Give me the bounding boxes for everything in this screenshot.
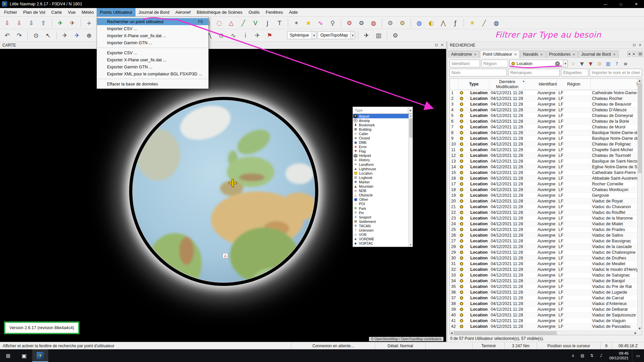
column-header-index[interactable] (450, 79, 459, 90)
route-magenta-icon[interactable]: ∿ (315, 18, 326, 28)
victor-airways-icon[interactable]: V (250, 18, 261, 28)
name-input[interactable] (449, 69, 507, 76)
tags-input[interactable] (561, 69, 588, 76)
menu-aide[interactable]: Aide (286, 8, 301, 16)
table-row[interactable]: 17Location04/12/2021 11:28AuvergneLFRoch… (450, 181, 637, 187)
table-row[interactable]: 31Location04/12/2021 11:28AuvergneLFViad… (450, 261, 637, 267)
tab-list-icon[interactable]: ▤ (638, 51, 643, 57)
table-row[interactable]: 37Location04/12/2021 11:28AuvergneLFViad… (450, 295, 637, 301)
table-row[interactable]: 35Location04/12/2021 11:28AuvergneLFViad… (450, 284, 637, 290)
wrench-plane-icon[interactable]: ⚙ (356, 18, 367, 28)
menu-item-importer-csv[interactable]: Importer CSV ... (97, 25, 208, 32)
action-center-icon[interactable]: ▭ (632, 349, 644, 362)
type-option-building[interactable]: ▦Building (353, 127, 413, 131)
column-header-derniere-modification[interactable]: Dernière Modification▾ (489, 79, 525, 90)
table-row[interactable]: 32Location04/12/2021 11:28AuvergneLFViad… (450, 267, 637, 273)
scrollbar-thumb[interactable] (638, 83, 642, 173)
type-option-dme[interactable]: ▣DME (353, 140, 413, 145)
type-option-airstrip[interactable]: ✈Airstrip (353, 118, 413, 123)
filter-reset-icon[interactable]: ▼ (587, 60, 595, 67)
redo-icon[interactable]: ↷ (14, 30, 25, 40)
type-option-poi[interactable]: ☆POI (353, 202, 413, 206)
table-row[interactable]: 36Location04/12/2021 11:28AuvergneLFViad… (450, 290, 637, 295)
pushpin-icon[interactable]: ♀ (327, 18, 338, 28)
type-option-helipad[interactable]: HHelipad (353, 154, 413, 158)
userpoint-export-icon[interactable]: ⇩ (14, 18, 25, 28)
table-row[interactable]: 16Location04/12/2021 11:28AuvergneLFAbba… (450, 176, 637, 181)
tab-next-icon[interactable]: ▸ (632, 51, 636, 57)
dock-float-icon[interactable]: ⊡ (633, 43, 636, 47)
menu-item-exporter-csv[interactable]: Exporter CSV ... (97, 49, 208, 56)
maximize-button[interactable]: □ (613, 0, 629, 8)
table-row[interactable]: 8Location04/12/2021 11:28AuvergneLFBasil… (450, 130, 637, 136)
menu-journal-de-bord[interactable]: Journal de Bord (136, 8, 172, 16)
type-option-other[interactable]: Other (353, 197, 413, 202)
scrollbar-thumb[interactable] (453, 331, 556, 335)
type-option-marker[interactable]: ◉Marker (353, 180, 413, 184)
type-option-closed[interactable]: ⊗Closed (353, 136, 413, 140)
type-option-landform[interactable]: ≋Landform (353, 162, 413, 167)
table-row[interactable]: 29Location04/12/2021 11:28AuvergneLFViad… (450, 250, 637, 255)
type-option-lighthouse[interactable]: ▲Lighthouse (353, 167, 413, 171)
center-aircraft-icon[interactable]: ⊕ (84, 30, 95, 40)
tool-options-b-icon[interactable]: ⚙ (397, 18, 408, 28)
lifebuoy-icon[interactable]: ◍ (368, 18, 379, 28)
dock-close-icon[interactable]: ✕ (441, 43, 444, 47)
table-row[interactable]: 9Location04/12/2021 11:28AuvergneLFBasil… (450, 136, 637, 141)
type-option-mountain[interactable]: ▲Mountain (353, 184, 413, 189)
region-input[interactable] (481, 60, 508, 67)
table-row[interactable]: 2Location04/12/2021 11:28AuvergneLFChate… (450, 96, 637, 102)
table-row[interactable]: 1Location04/12/2021 11:28AuvergneLFCathe… (450, 90, 637, 96)
table-row[interactable]: 7Location04/12/2021 11:28AuvergneLFChate… (450, 124, 637, 130)
menu-item-exporter-garmin-gtn[interactable]: Exporter Garmin GTN ... (97, 63, 208, 70)
tray-storage-icon[interactable]: ▤ (578, 349, 587, 362)
jet-airways-icon[interactable]: J (262, 18, 273, 28)
tab-aerodrome[interactable]: Aérodrome✕ (448, 51, 479, 58)
menu-item-rechercher-un-point-utilisateur[interactable]: Rechercher un point utilisateurF6 (97, 18, 208, 25)
column-header-nom[interactable]: Nom (591, 79, 637, 90)
taskbar-app[interactable]: ▣ (16, 349, 32, 362)
type-option-location[interactable]: Location (353, 171, 413, 175)
type-option-vor[interactable]: ◇VOR (353, 233, 413, 237)
wrench-red-icon[interactable]: ⚙ (344, 18, 355, 28)
type-option-error[interactable]: ⊗Error (353, 145, 413, 149)
table-row[interactable]: 40Location04/12/2021 11:28AuvergneLFViad… (450, 312, 637, 318)
tab-procedures[interactable]: Procédures✕ (546, 51, 578, 58)
table-row[interactable]: 22Location04/12/2021 11:28AuvergneLFViad… (450, 210, 637, 216)
tray-network-icon[interactable]: ⇅ (587, 349, 596, 362)
menu-outils[interactable]: Outils (246, 8, 263, 16)
scenery-db-library-icon[interactable]: ▥ (373, 30, 384, 40)
dock-close-icon[interactable]: ✕ (639, 43, 642, 47)
menu-fichier[interactable]: Fichier (1, 8, 20, 16)
type-option-cabin[interactable]: ⌂Cabin (353, 131, 413, 136)
userpoint-import-icon[interactable]: ⇩ (2, 18, 13, 28)
dock-mark-icon[interactable]: ⚑ (264, 30, 275, 40)
ident-input[interactable] (449, 60, 480, 67)
menu-aeronef[interactable]: Aéronef (172, 8, 194, 16)
type-combo[interactable]: Type ▾ (353, 107, 413, 114)
menu-item-exporter-xml-pour-le-compilateur-bgl-fsx-p3d[interactable]: Exporter XML pour le compilateur BGL FSX… (97, 70, 208, 77)
remarks-input[interactable] (508, 69, 560, 76)
type-option-seaport[interactable]: ⚓Seaport (353, 215, 413, 219)
home-position-icon[interactable]: ⌂ (222, 253, 228, 258)
type-option-ndb[interactable]: ◎NDB (353, 189, 413, 193)
globe-dark-icon[interactable]: ◍ (491, 18, 502, 28)
tray-volume-icon[interactable]: ♪ (596, 349, 606, 362)
dotted-circle-icon[interactable]: ◌ (214, 18, 225, 28)
tab-close-icon[interactable]: ✕ (613, 53, 615, 56)
map-style-combo[interactable]: OpenTopoMap▾ (318, 31, 355, 39)
ruler-icon[interactable]: ╱ (479, 18, 490, 28)
tab-navaids[interactable]: Navaids✕ (520, 51, 546, 58)
globe-grid-icon[interactable]: ◍ (414, 18, 425, 28)
table-row[interactable]: 15Location04/12/2021 11:28AuvergneLFCath… (450, 170, 637, 176)
scroll-up-icon[interactable]: ▲ (410, 114, 412, 118)
type-option-unknown[interactable]: ?Unknown (353, 228, 413, 232)
table-row[interactable]: 19Location04/12/2021 11:28AuvergneLFGerg… (450, 193, 637, 198)
scenery-db-plane-icon[interactable]: ✈ (361, 30, 372, 40)
table-row[interactable]: 13Location04/12/2021 11:28AuvergneLFBasi… (450, 159, 637, 164)
table-row[interactable]: 39Location04/12/2021 11:28AuvergneLFViad… (450, 307, 637, 312)
scroll-left-icon[interactable]: ◀ (450, 331, 453, 335)
menu-meteo[interactable]: Météo (78, 8, 97, 16)
brightness-sun-icon[interactable]: ☀ (467, 18, 478, 28)
menu-points-utilisateur[interactable]: Points Utilisateur (97, 8, 136, 16)
